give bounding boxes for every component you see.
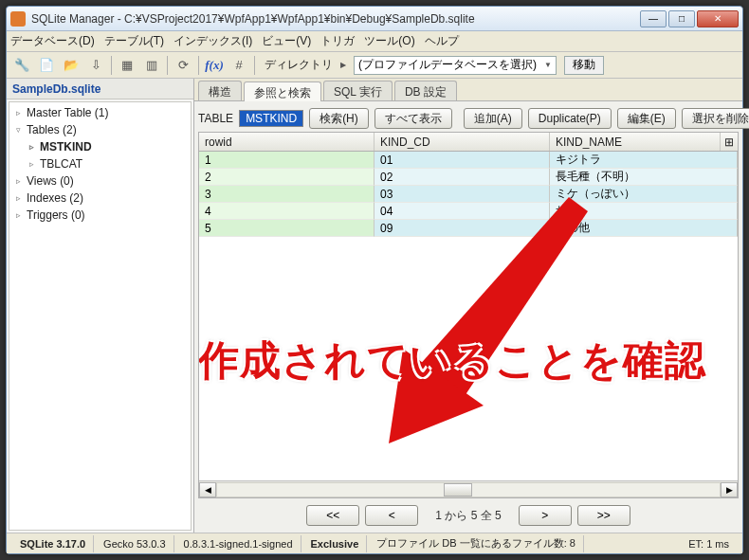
showall-button[interactable]: すべて表示 [374,108,452,129]
menu-view[interactable]: ビュー(V) [262,33,311,49]
scroll-thumb[interactable] [444,483,472,497]
table-bar: TABLE MSTKIND 検索(H) すべて表示 追加(A) Duplicat… [198,105,739,132]
close-button[interactable]: ✕ [697,10,739,27]
annotation-arrow [237,197,588,480]
tb-dir-label: ディレクトリ [265,57,333,73]
col-kind-cd[interactable]: KIND_CD [374,133,550,151]
edit-button[interactable]: 編集(E) [617,108,676,129]
pager: << < 1 から 5 全 5 > >> [198,502,739,529]
titlebar: SQLite Manager - C:¥VSProject2017¥WpfApp… [7,7,742,31]
object-tree[interactable]: ▹Master Table (1) ▿Tables (2) ▹MSTKIND ▹… [9,101,192,531]
tab-browse[interactable]: 参照と検索 [244,81,321,101]
tree-tables[interactable]: ▿Tables (2) [9,121,191,138]
col-kind-name[interactable]: KIND_NAME [550,133,721,151]
scroll-left-icon[interactable]: ◀ [199,482,216,497]
h-scrollbar[interactable]: ◀ ▶ [199,480,738,497]
pager-last[interactable]: >> [577,505,630,526]
table-row[interactable]: 5 09 その他 [199,220,738,237]
pager-text: 1 から 5 全 5 [424,508,512,524]
tb-refresh-icon[interactable]: ⟳ [172,55,194,76]
tb-wrench-icon[interactable]: 🔧 [10,55,33,76]
tree-views[interactable]: ▹Views (0) [9,172,191,190]
table-row[interactable]: 4 04 サビ [199,203,738,220]
table-label: TABLE [198,112,233,125]
delete-button[interactable]: 選択を削除(L) [682,108,749,129]
tree-master-table[interactable]: ▹Master Table (1) [9,104,191,121]
data-grid: rowid KIND_CD KIND_NAME ⊞ 1 01 キジトラ [198,132,739,498]
maximize-button[interactable]: □ [668,10,695,27]
tab-dbsettings[interactable]: DB 設定 [394,81,457,100]
tabstrip: 構造 参照と検索 SQL 実行 DB 設定 [194,79,742,101]
pager-next[interactable]: > [519,505,572,526]
app-window: SQLite Manager - C:¥VSProject2017¥WpfApp… [6,6,743,554]
minimize-button[interactable]: — [640,10,667,27]
grid-header: rowid KIND_CD KIND_NAME ⊞ [199,133,738,152]
tb-import-icon[interactable]: ⇩ [84,55,107,76]
menu-index[interactable]: インデックス(I) [174,33,252,49]
pager-first[interactable]: << [306,505,359,526]
menu-database[interactable]: データベース(D) [10,33,95,49]
sidebar-title: SampleDb.sqlite [7,79,193,99]
table-row[interactable]: 2 02 長毛種（不明） [199,169,738,186]
duplicate-button[interactable]: Duplicate(P) [528,108,612,129]
status-sqlite: SQLite 3.17.0 [12,535,94,552]
pager-prev[interactable]: < [365,505,418,526]
tb-hash-icon[interactable]: # [228,55,250,76]
app-icon [10,11,26,27]
menu-help[interactable]: ヘルプ [425,33,459,49]
table-row[interactable]: 3 03 ミケ（っぽい） [199,186,738,203]
tab-structure[interactable]: 構造 [198,81,242,100]
grid-body[interactable]: 1 01 キジトラ 2 02 長毛種（不明） 3 03 [199,152,738,480]
menubar: データベース(D) テーブル(T) インデックス(I) ビュー(V) トリガ ツ… [7,31,742,52]
tab-execsql[interactable]: SQL 実行 [323,81,393,100]
sidebar: SampleDb.sqlite ▹Master Table (1) ▿Table… [7,79,194,533]
tree-table-tblcat[interactable]: ▹TBLCAT [9,155,191,172]
scroll-track[interactable] [216,482,721,497]
tree-indexes[interactable]: ▹Indexes (2) [9,190,191,207]
tb-new-icon[interactable]: 📄 [35,55,58,76]
search-button[interactable]: 検索(H) [309,108,369,129]
add-button[interactable]: 追加(A) [464,108,522,129]
tb-newtable-icon[interactable]: ▦ [116,55,138,76]
status-et: ET: 1 ms [681,535,737,552]
move-button[interactable]: 移動 [564,56,604,75]
status-profile: プロファイル DB 一覧にあるファイル数: 8 [369,535,584,552]
statusbar: SQLite 3.17.0 Gecko 53.0.3 0.8.3.1-signe… [7,533,742,553]
tb-grid-icon[interactable]: ▥ [140,55,163,76]
table-name[interactable]: MSTKIND [239,110,303,127]
caret-icon[interactable]: ▶ [340,61,346,69]
main-panel: 構造 参照と検索 SQL 実行 DB 設定 TABLE MSTKIND 検索(H… [194,79,742,533]
status-mode: Exclusive [303,535,368,552]
chevron-down-icon: ▼ [544,61,552,69]
menu-trigger[interactable]: トリガ [320,33,355,49]
table-row[interactable]: 1 01 キジトラ [199,152,738,169]
menu-table[interactable]: テーブル(T) [104,33,164,49]
annotation-text: データが作成されていることを確認 [199,334,706,388]
profile-db-combo[interactable]: (プロファイルデータベースを選択) ▼ [354,56,557,75]
col-rowid[interactable]: rowid [199,133,374,151]
tree-table-mstkind[interactable]: ▹MSTKIND [9,138,191,155]
tree-triggers[interactable]: ▹Triggers (0) [9,207,191,224]
tb-open-icon[interactable]: 📂 [60,55,82,76]
toolbar: 🔧 📄 📂 ⇩ ▦ ▥ ⟳ f(x) # ディレクトリ ▶ (プロファイルデータ… [7,52,742,79]
menu-tool[interactable]: ツール(O) [364,33,414,49]
svg-marker-1 [389,349,484,443]
tb-fx-icon[interactable]: f(x) [203,55,226,76]
col-picker-icon[interactable]: ⊞ [721,133,738,151]
status-ext: 0.8.3.1-signed.1-signed [176,535,301,552]
scroll-right-icon[interactable]: ▶ [721,482,738,497]
window-title: SQLite Manager - C:¥VSProject2017¥WpfApp… [31,12,640,26]
status-gecko: Gecko 53.0.3 [96,535,174,552]
